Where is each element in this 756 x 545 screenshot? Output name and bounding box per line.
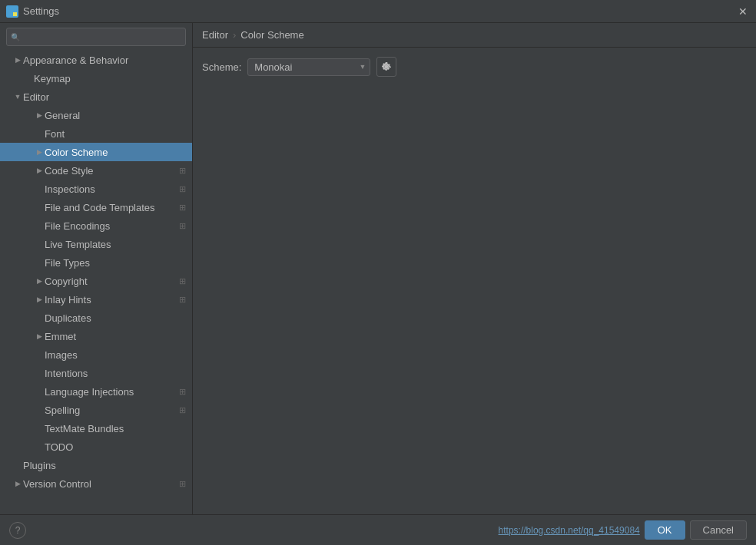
sidebar-item-label: Inlay Hints (45, 294, 176, 306)
scheme-row: Scheme: Monokai Default Darcula High con… (202, 57, 747, 77)
title-bar-left: Settings (6, 5, 59, 18)
sidebar-item-label: Intentions (45, 368, 186, 379)
sidebar: Appearance & Behavior Keymap Editor Gene… (0, 23, 193, 514)
content-area: Scheme: Monokai Default Darcula High con… (193, 48, 756, 514)
sync-icon: ⊞ (179, 221, 186, 231)
sidebar-item-spelling[interactable]: Spelling ⊞ (0, 401, 192, 419)
svg-rect-0 (8, 7, 12, 11)
sync-icon: ⊞ (179, 184, 186, 194)
close-button[interactable]: ✕ (736, 5, 750, 18)
sidebar-item-intentions[interactable]: Intentions (0, 364, 192, 382)
sidebar-item-images[interactable]: Images (0, 345, 192, 364)
sidebar-item-label: Images (45, 349, 186, 361)
sidebar-item-label: Code Style (45, 165, 176, 177)
sync-icon: ⊞ (179, 166, 186, 176)
tree-list: Appearance & Behavior Keymap Editor Gene… (0, 51, 192, 514)
sidebar-item-label: Duplicates (45, 312, 186, 324)
svg-rect-1 (13, 7, 17, 11)
sidebar-item-keymap[interactable]: Keymap (0, 69, 192, 88)
sync-icon: ⊞ (179, 203, 186, 213)
sync-icon: ⊞ (179, 276, 186, 286)
sidebar-item-language-injections[interactable]: Language Injections ⊞ (0, 382, 192, 401)
arrow-icon (34, 147, 45, 157)
sidebar-item-label: Inspections (45, 183, 176, 195)
sidebar-item-label: Emmet (45, 331, 186, 342)
sidebar-item-file-encodings[interactable]: File Encodings ⊞ (0, 216, 192, 235)
gear-button[interactable] (376, 57, 396, 77)
dialog-body: Appearance & Behavior Keymap Editor Gene… (0, 23, 756, 514)
search-box (0, 23, 192, 51)
sidebar-item-label: Copyright (45, 276, 176, 287)
sidebar-item-label: TODO (45, 441, 186, 453)
sidebar-item-general[interactable]: General (0, 106, 192, 124)
sidebar-item-label: TextMate Bundles (45, 423, 186, 434)
arrow-icon (34, 165, 45, 176)
breadcrumb-parent: Editor (202, 29, 228, 41)
ok-button[interactable]: OK (645, 520, 685, 540)
sidebar-item-appearance[interactable]: Appearance & Behavior (0, 51, 192, 69)
sync-icon: ⊞ (179, 295, 186, 305)
sidebar-item-label: Spelling (45, 405, 176, 416)
svg-rect-3 (13, 12, 17, 16)
scheme-label: Scheme: (202, 61, 241, 73)
window-controls: ✕ (736, 5, 750, 18)
sync-icon: ⊞ (179, 479, 186, 489)
sidebar-item-label: Version Control (23, 478, 176, 490)
sidebar-item-label: Font (45, 128, 186, 140)
arrow-icon (34, 331, 45, 342)
sidebar-item-inspections[interactable]: Inspections ⊞ (0, 180, 192, 198)
sidebar-item-label: Live Templates (45, 239, 186, 250)
breadcrumb-separator: › (233, 29, 236, 41)
footer-left: ? (9, 522, 26, 539)
footer-link: https://blog.csdn.net/qq_41549084 (499, 525, 640, 536)
search-wrapper (6, 28, 186, 46)
sidebar-item-live-templates[interactable]: Live Templates (0, 235, 192, 253)
sidebar-item-inlay-hints[interactable]: Inlay Hints ⊞ (0, 290, 192, 309)
breadcrumb-bar: Editor › Color Scheme (193, 23, 756, 48)
sidebar-item-label: Appearance & Behavior (23, 54, 186, 66)
sidebar-item-label: Plugins (23, 460, 186, 471)
sidebar-item-code-style[interactable]: Code Style ⊞ (0, 161, 192, 180)
cancel-button[interactable]: Cancel (690, 520, 747, 540)
svg-rect-2 (8, 12, 12, 16)
arrow-icon (34, 294, 45, 305)
arrow-icon (34, 110, 45, 121)
sidebar-item-plugins[interactable]: Plugins (0, 456, 192, 474)
app-icon (6, 5, 18, 18)
sidebar-item-emmet[interactable]: Emmet (0, 327, 192, 345)
search-input[interactable] (6, 28, 186, 46)
arrow-icon (12, 478, 23, 489)
breadcrumb-current: Color Scheme (240, 29, 303, 41)
sidebar-item-label: Keymap (34, 73, 186, 84)
sidebar-item-label: File Types (45, 257, 186, 269)
sidebar-item-label: Color Scheme (45, 147, 186, 158)
arrow-icon (12, 91, 23, 102)
sidebar-item-editor[interactable]: Editor (0, 88, 192, 106)
sync-icon: ⊞ (179, 405, 186, 415)
sidebar-item-textmate-bundles[interactable]: TextMate Bundles (0, 419, 192, 438)
sidebar-item-label: File Encodings (45, 220, 176, 232)
sidebar-item-color-scheme[interactable]: Color Scheme (0, 143, 192, 161)
sidebar-item-label: Editor (23, 91, 186, 103)
sidebar-item-label: File and Code Templates (45, 202, 176, 213)
sidebar-item-label: General (45, 110, 186, 121)
sidebar-item-copyright[interactable]: Copyright ⊞ (0, 272, 192, 290)
arrow-icon (12, 54, 23, 65)
sidebar-item-version-control[interactable]: Version Control ⊞ (0, 474, 192, 493)
main-content: Editor › Color Scheme Scheme: Monokai De… (193, 23, 756, 514)
sidebar-item-file-types[interactable]: File Types (0, 253, 192, 272)
scheme-dropdown[interactable]: Monokai Default Darcula High contrast (247, 58, 370, 76)
sidebar-item-label: Language Injections (45, 386, 176, 398)
footer-right: https://blog.csdn.net/qq_41549084 OK Can… (499, 520, 747, 540)
help-button[interactable]: ? (9, 522, 26, 539)
sidebar-item-font[interactable]: Font (0, 124, 192, 143)
window-title: Settings (23, 5, 59, 17)
dialog-footer: ? https://blog.csdn.net/qq_41549084 OK C… (0, 514, 756, 545)
sidebar-item-todo[interactable]: TODO (0, 438, 192, 456)
title-bar: Settings ✕ (0, 0, 756, 23)
sidebar-item-duplicates[interactable]: Duplicates (0, 309, 192, 327)
sync-icon: ⊞ (179, 387, 186, 397)
arrow-icon (34, 276, 45, 286)
sidebar-item-file-code-templates[interactable]: File and Code Templates ⊞ (0, 198, 192, 216)
scheme-select-wrapper: Monokai Default Darcula High contrast (247, 58, 370, 76)
